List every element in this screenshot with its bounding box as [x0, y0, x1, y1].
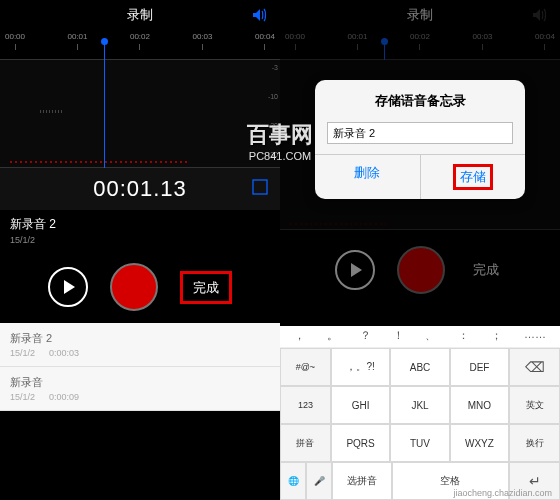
mic-key[interactable]: 🎤	[306, 462, 332, 500]
pinyin-key[interactable]: 拼音	[280, 424, 331, 462]
backspace-key[interactable]: ⌫	[509, 348, 560, 386]
speaker-icon	[532, 8, 550, 22]
mic-icon: 🎤	[314, 476, 325, 486]
key-tuv[interactable]: TUV	[390, 424, 449, 462]
newline-key[interactable]: 换行	[509, 424, 560, 462]
save-alert: 存储语音备忘录 删除 存储	[315, 80, 525, 199]
punct-key[interactable]: ；	[491, 328, 502, 343]
punct-key[interactable]: ，	[294, 328, 305, 343]
current-date: 15/1/2	[10, 235, 270, 245]
time-display: 00:01.13	[0, 168, 280, 210]
list-item[interactable]: 新录音 15/1/20:00:09	[0, 367, 280, 411]
recordings-list: 新录音 2 15/1/20:00:03 新录音 15/1/20:00:09	[0, 323, 280, 411]
waveform: -3 -10 -20 -30	[0, 60, 280, 168]
header: 录制	[0, 0, 280, 30]
key-abc[interactable]: ABC	[390, 348, 449, 386]
symbols-key[interactable]: #@~	[280, 348, 331, 386]
current-recording: 新录音 2 15/1/2	[0, 210, 280, 251]
timeline[interactable]: 00:00 00:01 00:02 00:03 00:04	[0, 30, 280, 60]
playhead-line	[104, 60, 105, 168]
list-item[interactable]: 新录音 2 15/1/20:00:03	[0, 323, 280, 367]
play-icon	[64, 280, 75, 294]
globe-icon: 🌐	[288, 476, 299, 486]
trim-icon[interactable]	[250, 177, 270, 201]
select-pinyin-key[interactable]: 选拼音	[332, 462, 392, 500]
done-highlight: 完成	[180, 271, 232, 304]
playhead[interactable]	[104, 42, 105, 60]
delete-button[interactable]: 删除	[315, 155, 421, 199]
recording-name-input[interactable]	[327, 122, 513, 144]
key[interactable]: ，。?!	[331, 348, 390, 386]
svg-rect-0	[253, 180, 267, 194]
header: 录制	[280, 0, 560, 30]
credit-text: jiaocheng.chazidian.com	[453, 488, 552, 498]
punct-key[interactable]: ：	[458, 328, 469, 343]
punct-key[interactable]: ……	[524, 328, 546, 343]
save-highlight: 存储	[453, 164, 493, 190]
speaker-icon[interactable]	[252, 8, 270, 22]
elapsed-time: 00:01.13	[93, 176, 187, 201]
key-ghi[interactable]: GHI	[331, 386, 390, 424]
controls: 完成	[0, 251, 280, 323]
key-wxyz[interactable]: WXYZ	[450, 424, 509, 462]
header-title: 录制	[127, 6, 153, 24]
return-icon: ↵	[529, 473, 541, 489]
key-pqrs[interactable]: PQRS	[331, 424, 390, 462]
punct-key[interactable]: 、	[425, 328, 436, 343]
keyboard: ， 。 ？ ！ 、 ： ； …… #@~ ，。?! ABC DEF ⌫ 123 …	[280, 326, 560, 500]
english-key[interactable]: 英文	[509, 386, 560, 424]
key-mno[interactable]: MNO	[450, 386, 509, 424]
save-button[interactable]: 存储	[421, 155, 526, 199]
punct-key[interactable]: ！	[393, 328, 404, 343]
punct-key[interactable]: ？	[360, 328, 371, 343]
alert-title: 存储语音备忘录	[315, 80, 525, 118]
backspace-icon: ⌫	[525, 359, 545, 375]
globe-key[interactable]: 🌐	[280, 462, 306, 500]
punct-key[interactable]: 。	[327, 328, 338, 343]
numbers-key[interactable]: 123	[280, 386, 331, 424]
record-button[interactable]	[110, 263, 158, 311]
key-def[interactable]: DEF	[450, 348, 509, 386]
current-name: 新录音 2	[10, 216, 270, 233]
done-button[interactable]: 完成	[187, 272, 225, 303]
play-button[interactable]	[48, 267, 88, 307]
key-jkl[interactable]: JKL	[390, 386, 449, 424]
